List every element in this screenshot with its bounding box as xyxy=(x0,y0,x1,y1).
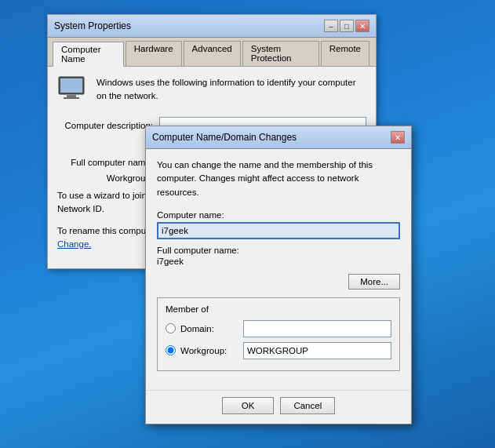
domain-dialog: Computer Name/Domain Changes ✕ You can c… xyxy=(145,126,412,424)
system-props-titlebar: System Properties – □ ✕ xyxy=(48,15,376,38)
computer-icon xyxy=(57,76,89,107)
ok-button[interactable]: OK xyxy=(222,397,275,414)
computer-description-label: Computer description: xyxy=(57,121,159,130)
workgroup-radio-label: Workgroup: xyxy=(180,346,243,355)
full-computer-name-label: Full computer name: xyxy=(57,158,159,167)
member-of-group: Member of Domain: Workgroup: xyxy=(157,297,400,371)
tab-hardware[interactable]: Hardware xyxy=(126,41,182,66)
domain-dialog-content: You can change the name and the membersh… xyxy=(146,149,411,390)
maximize-button[interactable]: □ xyxy=(340,20,354,32)
full-name-label: Full computer name: xyxy=(157,246,400,255)
more-btn-row: More... xyxy=(157,274,400,290)
tab-remote[interactable]: Remote xyxy=(321,41,369,66)
domain-radio[interactable] xyxy=(166,323,176,333)
cancel-button[interactable]: Cancel xyxy=(280,397,335,414)
tab-system-protection[interactable]: System Protection xyxy=(242,41,319,66)
info-row: Windows uses the following information t… xyxy=(57,76,366,107)
full-name-value: i7geek xyxy=(157,257,400,266)
computer-name-input[interactable] xyxy=(157,222,400,239)
domain-dialog-title: Computer Name/Domain Changes xyxy=(152,132,297,143)
minimize-button[interactable]: – xyxy=(324,20,338,32)
domain-dialog-titlebar: Computer Name/Domain Changes ✕ xyxy=(146,126,411,149)
domain-dialog-buttons: ✕ xyxy=(391,131,405,144)
close-button[interactable]: ✕ xyxy=(355,20,369,32)
dialog-footer: OK Cancel xyxy=(146,390,411,424)
tab-advanced[interactable]: Advanced xyxy=(184,41,241,66)
domain-input-field[interactable] xyxy=(243,320,391,337)
info-text: Windows uses the following information t… xyxy=(96,76,366,104)
titlebar-buttons: – □ ✕ xyxy=(324,20,369,32)
domain-radio-label: Domain: xyxy=(180,324,243,333)
domain-description: You can change the name and the membersh… xyxy=(157,158,400,199)
workgroup-radio[interactable] xyxy=(166,345,176,355)
change-link[interactable]: Change. xyxy=(57,239,91,249)
svg-rect-3 xyxy=(64,97,79,99)
tab-computer-name[interactable]: Computer Name xyxy=(53,42,124,67)
tabs-row: Computer Name Hardware Advanced System P… xyxy=(48,38,376,67)
svg-rect-2 xyxy=(67,95,76,97)
domain-radio-row: Domain: xyxy=(166,320,391,337)
more-button[interactable]: More... xyxy=(348,274,400,290)
workgroup-radio-row: Workgroup: xyxy=(166,342,391,359)
svg-rect-1 xyxy=(60,78,82,93)
computer-name-label: Computer name: xyxy=(157,210,400,220)
workgroup-label: Workgroup: xyxy=(57,173,159,183)
member-of-title: Member of xyxy=(166,304,391,314)
domain-dialog-close-button[interactable]: ✕ xyxy=(391,131,405,144)
workgroup-input-field[interactable] xyxy=(243,342,391,359)
system-props-title: System Properties xyxy=(54,20,131,31)
